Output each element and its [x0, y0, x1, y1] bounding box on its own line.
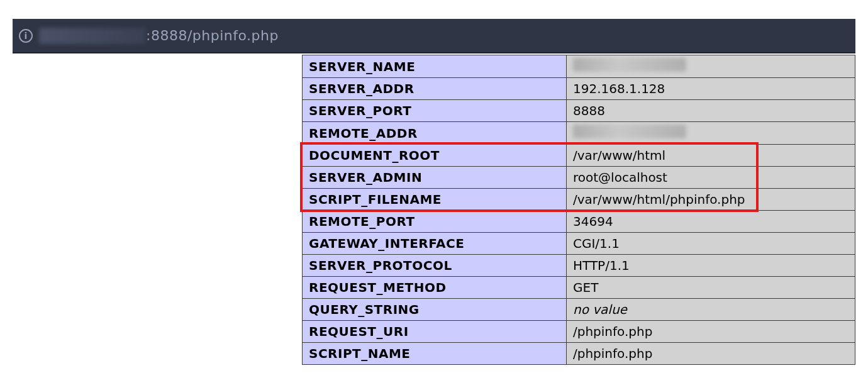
table-row: REMOTE_PORT34694 [303, 211, 855, 233]
env-var-value: /var/www/html [567, 145, 855, 167]
table-row: SERVER_ADDR192.168.1.128 [303, 78, 855, 100]
table-row: SCRIPT_NAME/phpinfo.php [303, 343, 855, 365]
phpinfo-content: SERVER_NAMESERVER_ADDR192.168.1.128SERVE… [302, 55, 855, 365]
table-row: QUERY_STRINGno value [303, 299, 855, 321]
env-var-value: HTTP/1.1 [567, 255, 855, 277]
table-row: SCRIPT_FILENAME/var/www/html/phpinfo.php [303, 189, 855, 211]
table-row: REQUEST_URI/phpinfo.php [303, 321, 855, 343]
env-var-value [567, 122, 855, 145]
env-var-name: REMOTE_PORT [303, 211, 567, 233]
env-var-name: QUERY_STRING [303, 299, 567, 321]
env-var-value: /var/www/html/phpinfo.php [567, 189, 855, 211]
env-var-value: root@localhost [567, 167, 855, 189]
env-var-name: SERVER_PROTOCOL [303, 255, 567, 277]
table-row: REQUEST_METHODGET [303, 277, 855, 299]
table-row: SERVER_PROTOCOLHTTP/1.1 [303, 255, 855, 277]
env-var-name: DOCUMENT_ROOT [303, 145, 567, 167]
env-var-name: SCRIPT_FILENAME [303, 189, 567, 211]
env-var-value: 8888 [567, 100, 855, 122]
env-var-value: GET [567, 277, 855, 299]
table-row: REMOTE_ADDR [303, 122, 855, 145]
env-var-name: SERVER_ADDR [303, 78, 567, 100]
table-row: SERVER_ADMINroot@localhost [303, 167, 855, 189]
env-var-value: /phpinfo.php [567, 321, 855, 343]
url-text: :8888/phpinfo.php [146, 28, 279, 43]
env-var-name: REMOTE_ADDR [303, 122, 567, 145]
env-var-value: /phpinfo.php [567, 343, 855, 365]
env-var-name: GATEWAY_INTERFACE [303, 233, 567, 255]
env-var-name: SCRIPT_NAME [303, 343, 567, 365]
env-var-name: SERVER_ADMIN [303, 167, 567, 189]
phpinfo-table: SERVER_NAMESERVER_ADDR192.168.1.128SERVE… [302, 55, 855, 365]
env-var-name: SERVER_NAME [303, 55, 567, 78]
env-var-name: REQUEST_URI [303, 321, 567, 343]
browser-address-bar[interactable]: i :8888/phpinfo.php [13, 19, 855, 53]
env-var-value [567, 55, 855, 78]
redacted-host [39, 28, 146, 44]
info-icon[interactable]: i [19, 29, 33, 43]
env-var-value: no value [567, 299, 855, 321]
redacted-value [573, 58, 686, 72]
table-row: SERVER_PORT8888 [303, 100, 855, 122]
redacted-value [573, 125, 686, 138]
env-var-value: 192.168.1.128 [567, 78, 855, 100]
env-var-name: REQUEST_METHOD [303, 277, 567, 299]
env-var-name: SERVER_PORT [303, 100, 567, 122]
table-row: SERVER_NAME [303, 55, 855, 78]
table-row: GATEWAY_INTERFACECGI/1.1 [303, 233, 855, 255]
env-var-value: 34694 [567, 211, 855, 233]
env-var-value: CGI/1.1 [567, 233, 855, 255]
table-row: DOCUMENT_ROOT/var/www/html [303, 145, 855, 167]
